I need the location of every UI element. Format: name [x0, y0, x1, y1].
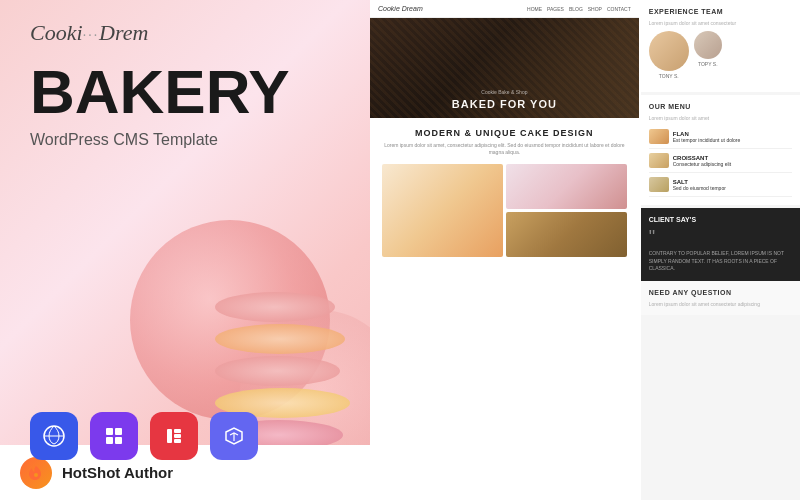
- hotshot-logo-icon: [20, 457, 52, 489]
- main-title: BAKERY: [30, 61, 340, 123]
- menu-flan-desc: Est tempor incididunt ut dolore: [673, 137, 741, 143]
- subtitle: WordPress CMS Template: [30, 131, 340, 149]
- menu-salt-desc: Sed do eiusmod tempor: [673, 185, 726, 191]
- team-member-1: TONY S.: [649, 31, 689, 79]
- svg-rect-6: [174, 429, 181, 433]
- quix-icon[interactable]: [90, 412, 138, 460]
- menu-section-title: OUR MENU: [649, 103, 792, 110]
- brand-logo: Cooki···Drem: [30, 20, 340, 46]
- faq-desc: Lorem ipsum dolor sit amet consectetur a…: [649, 301, 792, 307]
- wordpress-icon[interactable]: [30, 412, 78, 460]
- website-nav: Cookie Dream HOME PAGES BLOG SHOP CONTAC…: [370, 0, 639, 18]
- hero-heading: BAKED FOR YOU: [452, 98, 557, 110]
- nav-contact: CONTACT: [607, 6, 631, 12]
- menu-img-flan: [649, 129, 669, 144]
- cake-design-section: MODERN & UNIQUE CAKE DESIGN Lorem ipsum …: [370, 118, 639, 267]
- elementor-icon[interactable]: [150, 412, 198, 460]
- team-avatar-2: [694, 31, 722, 59]
- menu-img-salt: [649, 177, 669, 192]
- grid-image-macarons: [382, 164, 503, 257]
- menu-item-salt: SALT Sed do eiusmod tempor: [649, 173, 792, 197]
- macaron-3: [215, 356, 340, 386]
- macaron-2: [215, 324, 345, 354]
- team-avatar-main: [649, 31, 689, 71]
- team-name-1: TONY S.: [649, 73, 689, 79]
- team-members: TONY S. TOPY S.: [649, 31, 792, 79]
- nav-pages: PAGES: [547, 6, 564, 12]
- cake-section-desc: Lorem ipsum dolor sit amet, consectetur …: [382, 142, 627, 156]
- faq-section: NEED ANY QUESTION Lorem ipsum dolor sit …: [641, 281, 800, 315]
- team-name-2: TOPY S.: [694, 61, 722, 67]
- logo-text: Cooki···Drem: [30, 20, 148, 45]
- macaron-1: [215, 292, 335, 322]
- cake-image-grid: [382, 164, 627, 257]
- team-section: EXPERIENCE TEAM Lorem ipsum dolor sit am…: [641, 0, 800, 92]
- team-member-2: TOPY S.: [694, 31, 722, 79]
- menu-item-flan: FLAN Est tempor incididunt ut dolore: [649, 125, 792, 149]
- nav-shop: SHOP: [588, 6, 602, 12]
- menu-item-croissant-text: CROISSANT Consectetur adipiscing elit: [673, 155, 731, 167]
- svg-rect-1: [106, 428, 113, 435]
- svg-rect-3: [106, 437, 113, 444]
- menu-section: OUR MENU Lorem ipsum dolor sit amet FLAN…: [641, 95, 800, 205]
- nav-home: HOME: [527, 6, 542, 12]
- client-section: CLIENT SAY'S " CONTRARY TO POPULAR BELIE…: [641, 208, 800, 281]
- client-section-title: CLIENT SAY'S: [649, 216, 792, 223]
- ultrafrontend-icon[interactable]: [210, 412, 258, 460]
- faq-title: NEED ANY QUESTION: [649, 289, 792, 296]
- author-name: HotShot Author: [62, 464, 173, 481]
- svg-rect-7: [174, 434, 181, 438]
- menu-item-salt-text: SALT Sed do eiusmod tempor: [673, 179, 726, 191]
- cake-section-title: MODERN & UNIQUE CAKE DESIGN: [382, 128, 627, 138]
- svg-point-9: [34, 473, 38, 477]
- client-quote-text: CONTRARY TO POPULAR BELIEF, LOREM IPSUM …: [649, 250, 792, 273]
- tech-icons: [30, 412, 340, 460]
- menu-item-croissant: CROISSANT Consectetur adipiscing elit: [649, 149, 792, 173]
- team-desc: Lorem ipsum dolor sit amet consectetur: [649, 20, 792, 26]
- grid-image-pastry: [506, 212, 627, 257]
- left-panel: Cooki···Drem BAKERY WordPress CMS Templa…: [0, 0, 370, 500]
- website-nav-links: HOME PAGES BLOG SHOP CONTACT: [527, 6, 631, 12]
- svg-rect-4: [115, 437, 122, 444]
- website-hero: Cookie Bake & Shop BAKED FOR YOU: [370, 18, 639, 118]
- menu-item-flan-text: FLAN Est tempor incididunt ut dolore: [673, 131, 741, 143]
- svg-rect-2: [115, 428, 122, 435]
- quote-mark: ": [649, 228, 792, 246]
- grid-image-cream: [506, 164, 627, 209]
- svg-rect-8: [174, 439, 181, 443]
- side-preview: EXPERIENCE TEAM Lorem ipsum dolor sit am…: [641, 0, 800, 500]
- team-section-title: EXPERIENCE TEAM: [649, 8, 792, 15]
- menu-img-croissant: [649, 153, 669, 168]
- nav-blog: BLOG: [569, 6, 583, 12]
- hero-top-text: Cookie Bake & Shop: [481, 89, 527, 95]
- menu-croissant-desc: Consectetur adipiscing elit: [673, 161, 731, 167]
- menu-desc: Lorem ipsum dolor sit amet: [649, 115, 792, 121]
- svg-rect-5: [167, 429, 172, 443]
- website-preview: Cookie Dream HOME PAGES BLOG SHOP CONTAC…: [370, 0, 639, 500]
- right-panel: Cookie Dream HOME PAGES BLOG SHOP CONTAC…: [370, 0, 800, 500]
- website-brand: Cookie Dream: [378, 5, 423, 12]
